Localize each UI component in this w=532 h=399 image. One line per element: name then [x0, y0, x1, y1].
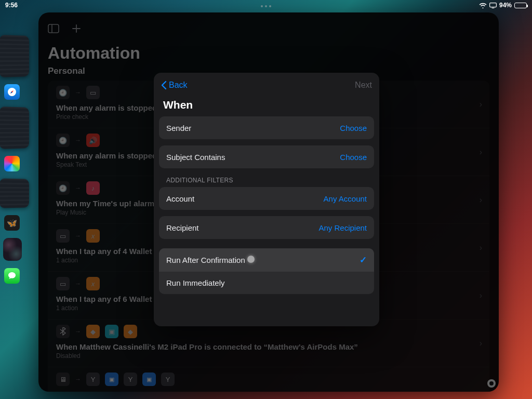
wallet-icon: ▭	[56, 277, 70, 290]
account-value: Any Account	[324, 194, 367, 203]
automation-title: When Matthew Cassinelli's M2 iPad Pro is…	[56, 342, 481, 351]
page-title: Automation	[48, 44, 489, 63]
action-icon: ▭	[86, 86, 100, 99]
battery-percent: 94%	[499, 2, 512, 9]
app-switcher: 🦋	[0, 35, 36, 394]
chevron-right-icon: ›	[480, 100, 482, 109]
recipient-row[interactable]: Recipient Any Recipient	[159, 216, 374, 239]
run-confirm-label: Run After Confirmation	[166, 256, 245, 264]
run-immediately-option[interactable]: Run Immediately	[159, 271, 374, 294]
arrow-icon: →	[75, 232, 81, 240]
clock-icon: 🕘	[56, 181, 70, 195]
wallet-icon: ▭	[56, 229, 70, 243]
chevron-right-icon: ›	[480, 148, 482, 157]
cursor-icon	[247, 256, 255, 263]
butterfly-app-icon[interactable]: 🦋	[4, 215, 20, 231]
filters-header: Additional Filters	[154, 168, 379, 187]
arrow-icon: →	[75, 328, 81, 335]
clock-icon: 🕘	[56, 134, 70, 147]
action-icon: ▣	[105, 325, 118, 338]
status-time: 9:56	[5, 2, 18, 9]
chevron-right-icon: ›	[480, 339, 482, 348]
photos-icon[interactable]	[4, 156, 20, 171]
next-button[interactable]: Next	[355, 81, 372, 90]
sender-label: Sender	[166, 124, 191, 132]
battery-icon	[514, 3, 527, 8]
recipient-value: Any Recipient	[318, 223, 367, 232]
sidebar-toggle-icon[interactable]	[48, 23, 59, 34]
svg-rect-0	[490, 3, 497, 7]
next-label: Next	[355, 81, 372, 90]
variable-icon: x	[86, 277, 100, 290]
speaker-icon: 🔊	[86, 134, 100, 147]
arrow-icon: →	[75, 280, 81, 287]
arrow-icon: →	[75, 376, 81, 383]
recipient-label: Recipient	[166, 223, 199, 232]
switcher-card[interactable]	[0, 178, 29, 208]
arrow-icon: →	[75, 137, 81, 144]
bluetooth-icon	[56, 325, 70, 338]
automation-title: When my display connects	[56, 390, 481, 392]
subject-row[interactable]: Subject Contains Choose	[159, 145, 374, 168]
chevron-right-icon: ›	[480, 291, 482, 300]
action-icon: Y	[161, 373, 175, 386]
action-icon: Y	[124, 373, 137, 386]
chevron-right-icon: ›	[480, 195, 482, 205]
action-icon: ◆	[124, 325, 137, 338]
automation-subtitle: Disabled	[56, 352, 481, 360]
switcher-card[interactable]	[3, 238, 22, 261]
action-icon: ▣	[142, 373, 156, 386]
action-icon: ▣	[105, 373, 118, 386]
sender-value: Choose	[340, 124, 367, 132]
music-icon: ♪	[86, 181, 100, 195]
action-icon: Y	[86, 373, 100, 386]
action-icon: ◆	[86, 325, 100, 338]
wifi-icon	[479, 3, 487, 8]
automation-row[interactable]: 🖥 → Y ▣ Y ▣ Y When my display connects	[48, 367, 489, 392]
screen-mirroring-icon	[489, 3, 497, 8]
sheet-title: When	[154, 98, 379, 116]
add-icon[interactable]	[71, 23, 82, 34]
multitasking-dots-icon[interactable]	[261, 5, 271, 7]
switcher-card[interactable]	[0, 35, 29, 77]
chevron-right-icon: ›	[480, 243, 482, 252]
messages-icon[interactable]	[4, 268, 20, 284]
subject-label: Subject Contains	[166, 153, 225, 162]
subject-value: Choose	[340, 153, 367, 162]
arrow-icon: →	[75, 89, 81, 96]
clock-icon: 🕘	[56, 86, 70, 99]
checkmark-icon: ✓	[360, 255, 367, 265]
account-row[interactable]: Account Any Account	[159, 187, 374, 210]
sender-row[interactable]: Sender Choose	[159, 116, 374, 139]
svg-rect-2	[48, 24, 59, 33]
run-after-confirmation-option[interactable]: Run After Confirmation ✓	[159, 248, 374, 271]
variable-icon: x	[86, 229, 100, 243]
automation-config-sheet: Back Next When Sender Choose Subject Con…	[154, 73, 379, 326]
back-label: Back	[169, 81, 188, 90]
arrow-icon: →	[75, 184, 81, 192]
display-icon: 🖥	[56, 373, 70, 386]
safari-icon[interactable]	[4, 84, 20, 100]
account-label: Account	[166, 194, 194, 203]
back-button[interactable]: Back	[161, 81, 188, 90]
run-immediate-label: Run Immediately	[166, 278, 225, 287]
switcher-card[interactable]	[0, 107, 29, 149]
